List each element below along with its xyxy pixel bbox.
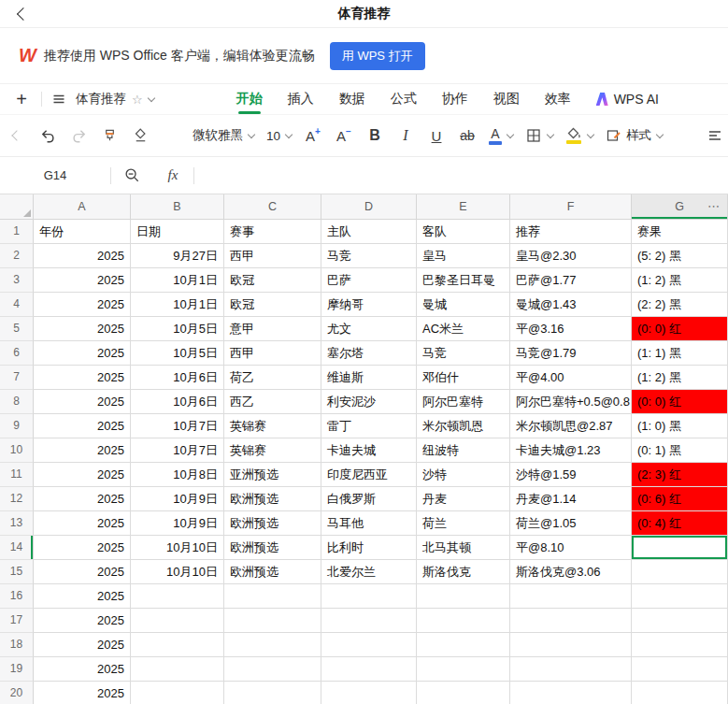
cell-C6[interactable]: 西甲: [224, 341, 321, 366]
italic-button[interactable]: I: [396, 122, 415, 150]
tab-3[interactable]: 公式: [391, 84, 417, 114]
cell-D8[interactable]: 利安泥沙: [321, 390, 417, 414]
more-columns-button[interactable]: ⋯: [707, 194, 721, 219]
cell-D16[interactable]: [321, 584, 417, 609]
cell-B20[interactable]: [131, 682, 224, 704]
cell-A19[interactable]: 2025: [34, 657, 131, 682]
cell-C9[interactable]: 英锦赛: [224, 414, 321, 438]
cell-G3[interactable]: (1: 2) 黑: [632, 268, 728, 293]
cell-E8[interactable]: 阿尔巴塞特: [417, 390, 510, 414]
format-painter-button[interactable]: [100, 122, 119, 150]
cell-D18[interactable]: [321, 633, 417, 657]
chevron-down-icon[interactable]: [147, 94, 154, 102]
row-header-13[interactable]: 13: [0, 511, 34, 536]
column-header-A[interactable]: A: [34, 194, 131, 220]
cell-A17[interactable]: 2025: [34, 609, 131, 633]
cell-B8[interactable]: 10月6日: [131, 390, 224, 414]
cell-D7[interactable]: 维迪斯: [321, 366, 417, 390]
eraser-button[interactable]: [131, 122, 150, 150]
row-header-4[interactable]: 4: [0, 293, 34, 317]
cell-A1[interactable]: 年份: [34, 220, 131, 244]
cell-style-button[interactable]: 样式: [606, 122, 663, 150]
cell-B13[interactable]: 10月9日: [131, 511, 224, 536]
cell-E11[interactable]: 沙特: [417, 463, 510, 487]
cell-E17[interactable]: [417, 609, 510, 633]
cell-E1[interactable]: 客队: [417, 220, 510, 244]
cell-F1[interactable]: 推荐: [510, 220, 632, 244]
cell-E18[interactable]: [417, 633, 510, 657]
cell-A9[interactable]: 2025: [34, 414, 131, 438]
row-header-20[interactable]: 20: [0, 682, 34, 704]
cell-G12[interactable]: (0: 6) 红: [632, 487, 728, 511]
cell-D4[interactable]: 摩纳哥: [321, 293, 417, 317]
cell-C7[interactable]: 荷乙: [224, 366, 321, 390]
cell-B12[interactable]: 10月9日: [131, 487, 224, 511]
cell-A13[interactable]: 2025: [34, 511, 131, 536]
cell-F10[interactable]: 卡迪夫城@1.23: [510, 438, 632, 463]
collapse-toolbar-icon[interactable]: [7, 122, 26, 150]
cell-E20[interactable]: [417, 682, 510, 704]
cell-C5[interactable]: 意甲: [224, 317, 321, 341]
cell-B16[interactable]: [131, 584, 224, 609]
tab-2[interactable]: 数据: [339, 84, 365, 114]
star-favorite-icon[interactable]: ☆: [132, 93, 143, 107]
cell-F18[interactable]: [510, 633, 632, 657]
row-header-15[interactable]: 15: [0, 560, 34, 584]
cell-G20[interactable]: [632, 682, 728, 704]
cell-E3[interactable]: 巴黎圣日耳曼: [417, 268, 510, 293]
cell-A10[interactable]: 2025: [34, 438, 131, 463]
strikethrough-button[interactable]: ab: [458, 122, 477, 150]
cell-C3[interactable]: 欧冠: [224, 268, 321, 293]
cell-E9[interactable]: 米尔顿凯恩: [417, 414, 510, 438]
cell-G4[interactable]: (2: 2) 黑: [632, 293, 728, 317]
row-header-8[interactable]: 8: [0, 390, 34, 414]
tab-wps-ai[interactable]: WPS AI: [596, 84, 659, 114]
cell-B15[interactable]: 10月10日: [131, 560, 224, 584]
column-header-G[interactable]: G⋯: [632, 194, 728, 220]
underline-button[interactable]: U: [427, 122, 446, 150]
cell-B17[interactable]: [131, 609, 224, 633]
column-header-F[interactable]: F: [510, 194, 632, 220]
row-header-17[interactable]: 17: [0, 609, 34, 633]
fill-color-button[interactable]: [565, 122, 593, 150]
cell-G1[interactable]: 赛果: [632, 220, 728, 244]
cell-F17[interactable]: [510, 609, 632, 633]
cell-F6[interactable]: 马竞@1.79: [510, 341, 632, 366]
cell-D15[interactable]: 北爱尔兰: [321, 560, 417, 584]
cell-A7[interactable]: 2025: [34, 366, 131, 390]
cell-F4[interactable]: 曼城@1.43: [510, 293, 632, 317]
cell-F15[interactable]: 斯洛伐克@3.06: [510, 560, 632, 584]
column-header-C[interactable]: C: [224, 194, 321, 220]
undo-button[interactable]: [38, 122, 57, 150]
cell-F9[interactable]: 米尔顿凯思@2.87: [510, 414, 632, 438]
cell-D13[interactable]: 马耳他: [321, 511, 417, 536]
cell-C18[interactable]: [224, 633, 321, 657]
row-header-12[interactable]: 12: [0, 487, 34, 511]
cell-F14[interactable]: 平@8.10: [510, 536, 632, 560]
insert-function-button[interactable]: fx: [152, 167, 193, 183]
cell-G5[interactable]: (0: 0) 红: [632, 317, 728, 341]
cell-G6[interactable]: (1: 1) 黑: [632, 341, 728, 366]
cell-D1[interactable]: 主队: [321, 220, 417, 244]
row-header-5[interactable]: 5: [0, 317, 34, 341]
cell-E15[interactable]: 斯洛伐克: [417, 560, 510, 584]
cell-A8[interactable]: 2025: [34, 390, 131, 414]
bold-button[interactable]: B: [365, 122, 384, 150]
cell-B18[interactable]: [131, 633, 224, 657]
cell-A3[interactable]: 2025: [34, 268, 131, 293]
cell-D10[interactable]: 卡迪夫城: [321, 438, 417, 463]
cell-F2[interactable]: 皇马@2.30: [510, 244, 632, 268]
align-left-button[interactable]: [706, 122, 724, 150]
cell-G11[interactable]: (2: 3) 红: [632, 463, 728, 487]
cell-A12[interactable]: 2025: [34, 487, 131, 511]
formula-input[interactable]: [194, 157, 728, 194]
cell-G17[interactable]: [632, 609, 728, 633]
font-name-dropdown[interactable]: 微软雅黑: [193, 122, 254, 150]
hamburger-menu-icon[interactable]: [51, 92, 66, 107]
row-header-19[interactable]: 19: [0, 657, 34, 682]
font-size-dropdown[interactable]: 10: [266, 122, 292, 150]
cell-E19[interactable]: [417, 657, 510, 682]
cell-E6[interactable]: 马竞: [417, 341, 510, 366]
cell-D3[interactable]: 巴萨: [321, 268, 417, 293]
cell-C10[interactable]: 英锦赛: [224, 438, 321, 463]
